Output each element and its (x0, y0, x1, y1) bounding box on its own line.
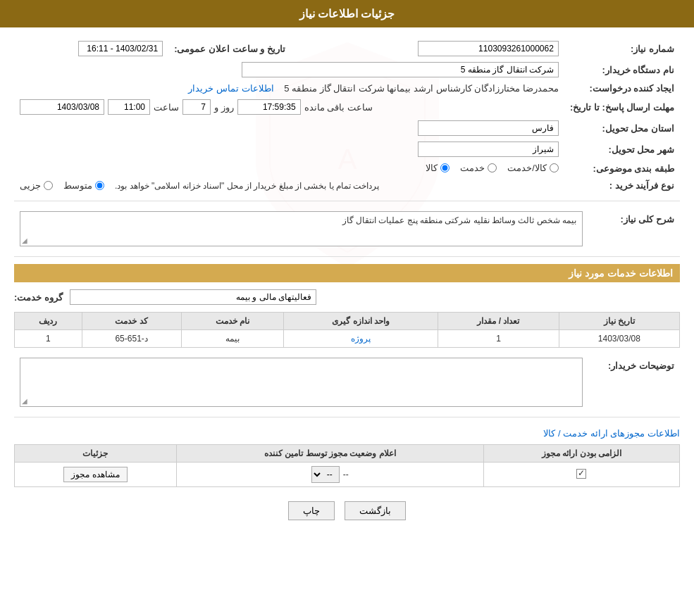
reply-deadline-label: مهلت ارسال پاسخ: تا تاریخ: (564, 96, 680, 118)
category-radio-kala[interactable] (440, 163, 450, 172)
reply-remaining-input[interactable] (237, 99, 301, 115)
announce-datetime-value (14, 38, 168, 59)
need-number-row: شماره نیاز: تاریخ و ساعت اعلان عمومی: (14, 38, 680, 59)
group-input[interactable] (70, 289, 316, 305)
category-row: طبقه بندی موضوعی: کالا/خدمت خدمت (14, 160, 680, 177)
unit-link[interactable]: پروژه (351, 334, 371, 344)
page-header: جزئیات اطلاعات نیاز (0, 0, 694, 27)
need-desc-box: بیمه شخص ثالث وسائط نقلیه شرکتی منطقه پن… (20, 211, 583, 246)
province-label: استان محل تحویل: (564, 118, 680, 139)
city-input[interactable] (418, 142, 559, 157)
announce-datetime-input[interactable] (78, 41, 163, 56)
licenses-table-body: -- -- مشاهده مجوز (15, 463, 680, 487)
category-option-kala: کالا (426, 163, 450, 173)
cell-unit: پروژه (283, 330, 438, 348)
services-table: تاریخ نیاز تعداد / مقدار واحد اندازه گیر… (14, 312, 680, 348)
reply-deadline-fields: ساعت باقی مانده روز و ساعت (20, 99, 559, 115)
services-table-body: 1403/03/08 1 پروژه بیمه د-651-65 1 (15, 330, 680, 348)
need-desc-label: شرح کلی نیاز: (588, 208, 680, 249)
category-radio-kala-khedmat[interactable] (550, 163, 559, 172)
reply-time-input[interactable] (108, 99, 150, 115)
category-label-kala-khedmat: کالا/خدمت (507, 163, 547, 173)
separator-1 (14, 201, 680, 201)
page-wrapper: A جزئیات اطلاعات نیاز شماره نیاز: تاریخ … (0, 0, 694, 616)
cell-details: مشاهده مجوز (15, 463, 177, 487)
buyer-notes-box: ◢ (20, 358, 583, 407)
city-row: شهر محل تحویل: (14, 139, 680, 160)
resize-handle: ◢ (22, 237, 27, 244)
category-label-kala: کالا (426, 163, 438, 173)
buyer-notes-grid: توضیحات خریدار: ◢ (14, 355, 680, 410)
process-type-row: پرداخت تمام یا بخشی از مبلغ خریدار از مح… (20, 180, 559, 191)
cell-row: 1 (15, 330, 82, 348)
contact-link[interactable]: اطلاعات تماس خریدار (188, 83, 273, 94)
process-row: نوع فرآیند خرید : پرداخت تمام یا بخشی از… (14, 177, 680, 194)
need-number-input[interactable] (418, 41, 559, 56)
reply-time-label: ساعت (154, 102, 179, 113)
process-note: پرداخت تمام یا بخشی از مبلغ خریدار از مح… (115, 181, 379, 191)
cell-quantity: 1 (438, 330, 559, 348)
print-button[interactable]: چاپ (288, 501, 335, 520)
process-label-jozii: جزیی (20, 180, 41, 191)
category-option-kala-khedmat: کالا/خدمت (507, 163, 559, 173)
col-unit: واحد اندازه گیری (283, 313, 438, 330)
reply-days-input[interactable] (182, 99, 211, 115)
separator-3 (14, 417, 680, 417)
city-label: شهر محل تحویل: (564, 139, 680, 160)
process-option-jozii: جزیی (20, 180, 53, 191)
licenses-table: الزامی بودن ارائه مجوز اعلام وضعیت مجوز … (14, 444, 680, 487)
col-details: جزئیات (15, 445, 177, 463)
category-label-khedmat: خدمت (460, 163, 485, 173)
info-grid: شماره نیاز: تاریخ و ساعت اعلان عمومی: نا… (14, 38, 680, 194)
col-service-name: نام خدمت (181, 313, 283, 330)
reply-date-input[interactable] (20, 99, 104, 115)
category-radio-khedmat[interactable] (488, 163, 497, 172)
process-label-mutawaset: متوسط (63, 180, 92, 191)
required-checkbox (576, 469, 586, 479)
cell-code: د-651-65 (82, 330, 181, 348)
cell-required (483, 463, 679, 487)
category-radio-group: کالا/خدمت خدمت کالا (426, 163, 559, 173)
col-row: ردیف (15, 313, 82, 330)
buyer-station-label: نام دستگاه خریدار: (564, 59, 680, 80)
announce-datetime-label: تاریخ و ساعت اعلان عمومی: (168, 38, 291, 59)
process-radio-jozii[interactable] (44, 181, 53, 190)
back-button[interactable]: بازگشت (345, 501, 406, 520)
buyer-station-input[interactable] (242, 62, 559, 77)
cell-service-name: بیمه (181, 330, 283, 348)
need-desc-grid: شرح کلی نیاز: بیمه شخص ثالث وسائط نقلیه … (14, 208, 680, 249)
need-number-value (319, 38, 564, 59)
reply-remaining-label: ساعت باقی مانده (304, 102, 373, 113)
licenses-link[interactable]: اطلاعات مجوزهای ارائه خدمت / کالا (543, 428, 680, 439)
page-title: جزئیات اطلاعات نیاز (299, 8, 395, 20)
view-license-button[interactable]: مشاهده مجوز (63, 467, 127, 482)
status-select[interactable]: -- (311, 466, 340, 483)
col-status: اعلام وضعیت مجوز توسط تامین کننده (176, 445, 483, 463)
resize-handle-2: ◢ (22, 397, 27, 405)
col-required: الزامی بودن ارائه مجوز (483, 445, 679, 463)
creator-row: ایجاد کننده درخواست: محمدرضا مختارزادگان… (14, 80, 680, 96)
category-option-khedmat: خدمت (460, 163, 497, 173)
need-number-label: شماره نیاز: (564, 38, 680, 59)
process-option-mutawaset: متوسط (63, 180, 104, 191)
reply-deadline-row: مهلت ارسال پاسخ: تا تاریخ: ساعت باقی مان… (14, 96, 680, 118)
content-area: شماره نیاز: تاریخ و ساعت اعلان عمومی: نا… (0, 27, 694, 545)
licenses-section: اطلاعات مجوزهای ارائه خدمت / کالا الزامی… (14, 428, 680, 487)
buyer-notes-label: توضیحات خریدار: (588, 355, 680, 410)
province-input[interactable] (418, 120, 559, 136)
buyer-station-value (14, 59, 564, 80)
bottom-buttons: بازگشت چاپ (14, 487, 680, 534)
group-row: گروه خدمت: (14, 289, 680, 305)
process-radio-mutawaset[interactable] (95, 181, 104, 190)
category-label: طبقه بندی موضوعی: (564, 160, 680, 177)
col-code: کد خدمت (82, 313, 181, 330)
creator-label: ایجاد کننده درخواست: (564, 80, 680, 96)
buyer-notes-row: توضیحات خریدار: ◢ (14, 355, 680, 410)
cell-date: 1403/03/08 (559, 330, 679, 348)
table-row: 1403/03/08 1 پروژه بیمه د-651-65 1 (15, 330, 680, 348)
services-title: اطلاعات خدمات مورد نیاز (14, 264, 680, 282)
reply-day-label: روز و (214, 102, 234, 113)
need-desc-row: شرح کلی نیاز: بیمه شخص ثالث وسائط نقلیه … (14, 208, 680, 249)
creator-text: محمدرضا مختارزادگان کارشناس ارشد بیمانها… (284, 83, 559, 94)
cell-status: -- -- (176, 463, 483, 487)
